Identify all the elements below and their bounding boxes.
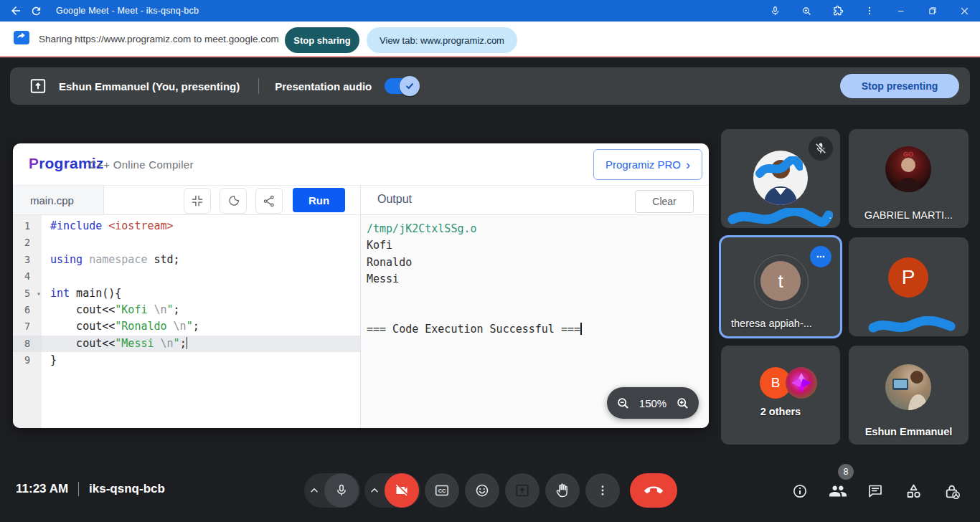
- output-line: Ronaldo: [367, 255, 582, 271]
- participant-tile[interactable]: GO GABRIEL MARTI...: [849, 129, 969, 228]
- mic-icon[interactable]: [759, 0, 791, 22]
- programiz-compiler-window: Programiz C++ Online Compiler Programiz …: [13, 143, 709, 428]
- activities-icon[interactable]: [901, 479, 925, 503]
- chevron-up-icon[interactable]: [304, 485, 324, 496]
- avatar: [885, 364, 931, 410]
- chevron-up-icon[interactable]: [364, 485, 385, 496]
- run-button[interactable]: Run: [293, 188, 345, 212]
- participant-tile[interactable]: B 2 others: [721, 346, 840, 445]
- zoom-icon[interactable]: [791, 0, 822, 22]
- line-number: 1: [13, 218, 42, 234]
- output-line: [367, 305, 582, 321]
- avatar: GO: [885, 146, 931, 192]
- toggle-thumb-check-icon: [400, 76, 420, 96]
- end-call-button[interactable]: [630, 473, 677, 508]
- fold-caret-icon[interactable]: ▾: [37, 285, 41, 302]
- zoom-in-icon[interactable]: [675, 396, 690, 411]
- participant-tile[interactable]: ...: [721, 129, 840, 228]
- browser-titlebar: Google Meet - Meet - iks-qsnq-bcb: [0, 0, 980, 22]
- svg-text:GO: GO: [903, 151, 913, 158]
- camera-off-button[interactable]: [385, 473, 419, 508]
- dark-mode-icon[interactable]: [220, 188, 247, 214]
- meeting-code: iks-qsnq-bcb: [89, 482, 165, 496]
- divider: [78, 482, 79, 496]
- line-number: 4: [13, 268, 42, 285]
- compiler-header: Programiz C++ Online Compiler Programiz …: [13, 143, 709, 185]
- people-icon[interactable]: [826, 479, 850, 503]
- presenter-name: Eshun Emmanuel (You, presenting): [59, 80, 240, 92]
- code-line[interactable]: 2: [13, 234, 360, 251]
- code-line[interactable]: 9}: [13, 352, 360, 369]
- code-line[interactable]: 4: [13, 268, 360, 285]
- captions-button[interactable]: CC: [425, 473, 459, 508]
- code-line[interactable]: 6 cout<<"Kofi \n";: [13, 302, 360, 318]
- google-meet-window: Google Meet - Meet - iks-qsnq-bcb: [0, 0, 980, 522]
- participant-tile[interactable]: Eshun Emmanuel: [849, 346, 969, 445]
- refresh-icon[interactable]: [26, 0, 46, 22]
- output-title: Output: [377, 193, 412, 206]
- output-line: Messi: [367, 271, 582, 288]
- avatar-initial: t: [760, 261, 801, 301]
- capture-border: [0, 56, 980, 57]
- text-cursor: [580, 323, 582, 335]
- line-number: 8: [13, 336, 42, 352]
- extensions-icon[interactable]: [822, 0, 854, 22]
- divider: [258, 78, 259, 94]
- more-options-button[interactable]: [585, 473, 620, 508]
- back-icon[interactable]: [6, 0, 26, 22]
- reactions-button[interactable]: [465, 473, 499, 508]
- code-line[interactable]: 1#include <iostream>: [13, 218, 360, 234]
- collapse-button[interactable]: [184, 188, 211, 214]
- mic-button[interactable]: [324, 473, 359, 508]
- code-editor[interactable]: 1#include <iostream>23using namespace st…: [13, 215, 360, 428]
- participant-name: GABRIEL MARTI...: [849, 209, 969, 221]
- participant-name: Eshun Emmanuel: [849, 426, 969, 437]
- programiz-pro-button[interactable]: Programiz PRO: [593, 149, 702, 180]
- browser-menu-icon[interactable]: [854, 0, 885, 22]
- line-number: 5▾: [13, 285, 42, 302]
- presentation-audio-toggle[interactable]: [385, 78, 418, 94]
- participant-tile[interactable]: t theresa appiah-...: [721, 237, 840, 336]
- presentation-audio-label: Presentation audio: [275, 80, 372, 92]
- editor-toolbar: main.cpp Run Output Clear: [13, 185, 709, 215]
- close-icon[interactable]: [948, 0, 980, 22]
- mic-off-icon: [809, 136, 833, 161]
- line-number: 7: [13, 318, 42, 335]
- stop-presenting-button[interactable]: Stop presenting: [840, 74, 959, 98]
- code-line[interactable]: 5▾int main(){: [13, 285, 360, 302]
- zoom-out-icon[interactable]: [616, 396, 631, 411]
- code-line[interactable]: 3using namespace std;: [13, 252, 360, 268]
- participant-name: theresa appiah-...: [731, 318, 812, 329]
- sharing-message: Sharing https://www.programiz.com to mee…: [39, 34, 279, 44]
- minimize-icon[interactable]: [885, 0, 917, 22]
- presenting-bar: Eshun Emmanuel (You, presenting) Present…: [10, 67, 970, 105]
- share-icon[interactable]: [255, 188, 283, 214]
- avatar: [786, 367, 817, 399]
- clear-button[interactable]: Clear: [635, 190, 694, 213]
- participant-count-badge: 8: [838, 464, 854, 480]
- present-screen-icon: [29, 77, 47, 95]
- output-lines: /tmp/jK2CtxlSSg.oKofiRonaldoMessi=== Cod…: [367, 221, 582, 338]
- tile-menu-icon[interactable]: [810, 246, 831, 267]
- info-icon[interactable]: [788, 479, 812, 503]
- host-controls-icon[interactable]: [940, 479, 964, 503]
- mic-control-group: [304, 473, 360, 508]
- code-line[interactable]: 8 cout<<"Messi \n";: [13, 336, 360, 352]
- avatar: [753, 151, 808, 205]
- file-tab-main-cpp[interactable]: main.cpp: [13, 186, 104, 214]
- chevron-right-icon: [686, 158, 690, 171]
- participant-tile[interactable]: P: [849, 237, 969, 336]
- output-line: [367, 288, 582, 305]
- line-number: 6: [13, 302, 42, 318]
- view-tab-button[interactable]: View tab: www.programiz.com: [367, 27, 517, 53]
- line-number: 3: [13, 252, 42, 268]
- output-line: /tmp/jK2CtxlSSg.o: [367, 221, 582, 237]
- raise-hand-button[interactable]: [545, 473, 580, 508]
- chat-icon[interactable]: [863, 479, 887, 503]
- restore-icon[interactable]: [917, 0, 948, 22]
- code-line[interactable]: 7 cout<<"Ronaldo \n";: [13, 318, 360, 335]
- avatar-initial: P: [888, 257, 928, 298]
- line-number: 9: [13, 352, 42, 369]
- stop-sharing-button[interactable]: Stop sharing: [285, 27, 359, 53]
- present-button-active[interactable]: [505, 473, 540, 508]
